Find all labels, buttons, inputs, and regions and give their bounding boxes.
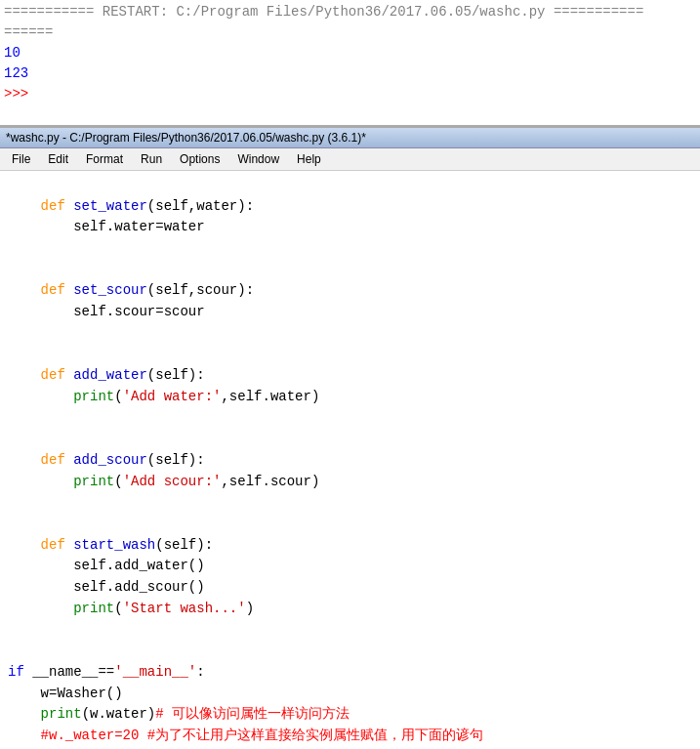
- editor-window: *washc.py - C:/Program Files/Python36/20…: [0, 127, 700, 748]
- console-panel: =========== RESTART: C:/Program Files/Py…: [0, 0, 700, 127]
- code-line-11: self.add_scour(): [8, 577, 692, 599]
- editor-menubar: File Edit Format Run Options Window Help: [0, 148, 700, 171]
- code-line-8: print('Add scour:',self.scour): [8, 472, 692, 493]
- console-prompt[interactable]: >>>: [0, 84, 700, 104]
- menu-run[interactable]: Run: [133, 150, 170, 168]
- code-line-4: self.scour=scour: [8, 302, 692, 323]
- output-123: 123: [0, 63, 700, 84]
- code-line-13: if __name__=='__main__':: [8, 641, 692, 683]
- code-line-blank4: [8, 492, 692, 514]
- menu-edit[interactable]: Edit: [40, 150, 76, 168]
- code-line-10: self.add_water(): [8, 556, 692, 577]
- code-line-5: def add_water(self):: [8, 345, 692, 387]
- code-line-blank5: [8, 619, 692, 641]
- menu-format[interactable]: Format: [78, 150, 131, 168]
- code-line-blank3: [8, 408, 692, 430]
- restart-line: =========== RESTART: C:/Program Files/Py…: [0, 2, 700, 22]
- editor-content[interactable]: def set_water(self,water): self.water=wa…: [0, 171, 700, 748]
- code-line-blank2: [8, 323, 692, 345]
- code-line-12: print('Start wash...'): [8, 599, 692, 620]
- restart-equals: ======: [0, 22, 700, 43]
- menu-window[interactable]: Window: [229, 150, 287, 168]
- code-line-6: print('Add water:',self.water): [8, 387, 692, 408]
- output-10: 10: [0, 43, 700, 63]
- editor-titlebar: *washc.py - C:/Program Files/Python36/20…: [0, 128, 700, 148]
- code-line-2: self.water=water: [8, 217, 692, 238]
- code-line-1: def set_water(self,water):: [8, 175, 692, 217]
- code-line-7: def add_scour(self):: [8, 429, 692, 471]
- code-line-blank1: [8, 238, 692, 260]
- menu-options[interactable]: Options: [172, 150, 227, 168]
- code-line-3: def set_scour(self,scour):: [8, 260, 692, 302]
- code-line-16: #w._water=20 #为了不让用户这样直接给实例属性赋值，用下面的谚句: [8, 726, 692, 747]
- code-line-17: w.water=123: [8, 747, 692, 748]
- menu-help[interactable]: Help: [289, 150, 329, 168]
- code-line-9: def start_wash(self):: [8, 514, 692, 556]
- code-line-15: print(w.water)# 可以像访问属性一样访问方法: [8, 704, 692, 726]
- code-line-14: w=Washer(): [8, 684, 692, 705]
- menu-file[interactable]: File: [4, 150, 38, 168]
- editor-title: *washc.py - C:/Program Files/Python36/20…: [6, 131, 366, 145]
